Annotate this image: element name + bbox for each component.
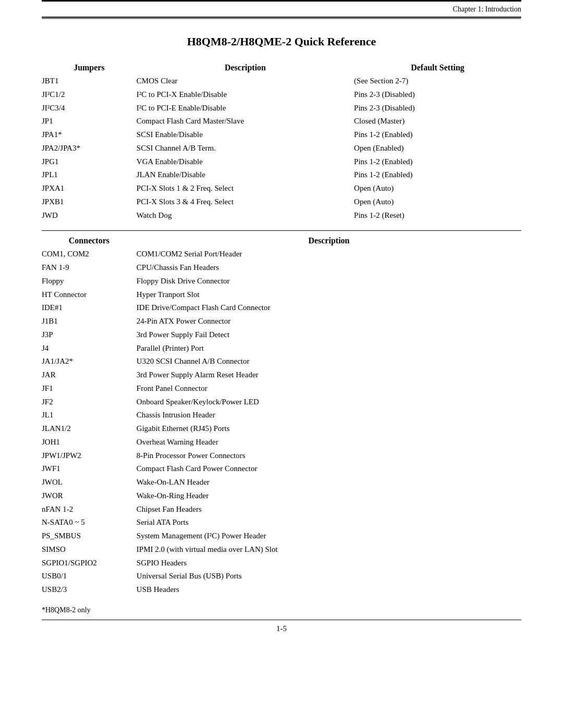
jumper-default: (See Section 2-7) — [354, 75, 521, 88]
jumper-description: JLAN Enable/Disable — [137, 168, 354, 182]
jumper-name: JWD — [42, 209, 137, 223]
table-row: N-SATA0 ~ 5Serial ATA Ports — [42, 516, 521, 529]
jumper-name: JPA2/JPA3* — [42, 142, 137, 155]
table-row: JPXA1PCI-X Slots 1 & 2 Freq. SelectOpen … — [42, 182, 521, 195]
connector-description: USB Headers — [137, 583, 521, 597]
connectors-col-header: Connectors — [42, 236, 137, 248]
jumper-default: Pins 2-3 (Disabled) — [354, 88, 521, 102]
jumper-default: Pins 2-3 (Disabled) — [354, 102, 521, 115]
connectors-table: Connectors Description COM1, COM2COM1/CO… — [42, 236, 521, 597]
jumper-description: I²C to PCI-X Enable/Disable — [137, 88, 354, 102]
connector-name: JPW1/JPW2 — [42, 449, 137, 463]
connector-description: Hyper Tranport Slot — [137, 288, 521, 302]
jumper-name: JPXB1 — [42, 195, 137, 209]
table-row: JL1Chassis Intrusion Header — [42, 409, 521, 422]
connector-description: 8-Pin Processor Power Connectors — [137, 449, 521, 463]
table-row: JWF1Compact Flash Card Power Connector — [42, 462, 521, 476]
table-row: JI²C3/4I²C to PCI-E Enable/DisablePins 2… — [42, 102, 521, 115]
table-row: J1B124-Pin ATX Power Connector — [42, 315, 521, 328]
jumper-default: Pins 1-2 (Enabled) — [354, 128, 521, 142]
connector-description: Parallel (Printer) Port — [137, 342, 521, 355]
connectors-desc-header: Description — [137, 236, 521, 248]
table-row: JPG1VGA Enable/DisablePins 1-2 (Enabled) — [42, 155, 521, 169]
table-row: HT ConnectorHyper Tranport Slot — [42, 288, 521, 302]
jumper-description: VGA Enable/Disable — [137, 155, 354, 169]
jumper-name: JI²C1/2 — [42, 88, 137, 102]
table-row: JWDWatch DogPins 1-2 (Reset) — [42, 209, 521, 223]
connector-description: System Management (I²C) Power Header — [137, 529, 521, 543]
table-row: SGPIO1/SGPIO2SGPIO Headers — [42, 557, 521, 570]
table-row: JBT1CMOS Clear(See Section 2-7) — [42, 75, 521, 88]
table-row: JPA1*SCSI Enable/DisablePins 1-2 (Enable… — [42, 128, 521, 142]
jumper-name: JBT1 — [42, 75, 137, 88]
connector-description: COM1/COM2 Serial Port/Header — [137, 248, 521, 261]
table-row: JF1Front Panel Connector — [42, 382, 521, 396]
connector-name: J4 — [42, 342, 137, 355]
connector-description: Universal Serial Bus (USB) Ports — [137, 570, 521, 583]
jumper-name: JPL1 — [42, 168, 137, 182]
connector-description: Serial ATA Ports — [137, 516, 521, 529]
connector-description: Overheat Warning Header — [137, 436, 521, 449]
connector-description: Front Panel Connector — [137, 382, 521, 396]
jumper-description: PCI-X Slots 1 & 2 Freq. Select — [137, 182, 354, 195]
page-header: Chapter 1: Introduction — [42, 0, 521, 17]
jumper-description: I²C to PCI-E Enable/Disable — [137, 102, 354, 115]
table-row: JPXB1PCI-X Slots 3 & 4 Freq. SelectOpen … — [42, 195, 521, 209]
section-divider — [42, 230, 521, 231]
table-row: JPW1/JPW28-Pin Processor Power Connector… — [42, 449, 521, 463]
connector-name: JWOL — [42, 476, 137, 489]
connector-description: IDE Drive/Compact Flash Card Connector — [137, 301, 521, 315]
table-row: JLAN1/2Gigabit Ethernet (RJ45) Ports — [42, 422, 521, 436]
connector-name: USB2/3 — [42, 583, 137, 597]
jumper-description: SCSI Channel A/B Term. — [137, 142, 354, 155]
page-number: 1-5 — [42, 624, 521, 633]
jumpers-desc-header: Description — [137, 63, 354, 75]
jumper-name: JPXA1 — [42, 182, 137, 195]
jumper-description: Watch Dog — [137, 209, 354, 223]
jumpers-default-header: Default Setting — [354, 63, 521, 75]
connector-description: Wake-On-Ring Header — [137, 489, 521, 503]
table-row: JAR3rd Power Supply Alarm Reset Header — [42, 368, 521, 382]
connector-description: Chipset Fan Headers — [137, 503, 521, 516]
jumper-name: JPA1* — [42, 128, 137, 142]
page-container: Chapter 1: Introduction H8QM8-2/H8QME-2 … — [0, 0, 563, 728]
jumper-default: Closed (Master) — [354, 115, 521, 128]
header-rule — [42, 17, 521, 19]
connector-description: U320 SCSI Channel A/B Connector — [137, 355, 521, 368]
jumper-description: PCI-X Slots 3 & 4 Freq. Select — [137, 195, 354, 209]
connector-name: N-SATA0 ~ 5 — [42, 516, 137, 529]
jumper-name: JP1 — [42, 115, 137, 128]
table-row: nFAN 1-2Chipset Fan Headers — [42, 503, 521, 516]
table-row: FAN 1-9CPU/Chassis Fan Headers — [42, 261, 521, 275]
connector-description: Chassis Intrusion Header — [137, 409, 521, 422]
footer-rule — [42, 620, 521, 620]
jumper-default: Open (Auto) — [354, 195, 521, 209]
connector-name: HT Connector — [42, 288, 137, 302]
connector-name: USB0/1 — [42, 570, 137, 583]
connector-description: CPU/Chassis Fan Headers — [137, 261, 521, 275]
connector-name: nFAN 1-2 — [42, 503, 137, 516]
connector-name: FAN 1-9 — [42, 261, 137, 275]
table-row: FloppyFloppy Disk Drive Connector — [42, 275, 521, 288]
connector-name: JOH1 — [42, 436, 137, 449]
jumper-description: SCSI Enable/Disable — [137, 128, 354, 142]
table-row: SIMSOIPMI 2.0 (with virtual media over L… — [42, 543, 521, 557]
chapter-header: Chapter 1: Introduction — [453, 5, 521, 13]
connector-name: JF1 — [42, 382, 137, 396]
jumper-description: CMOS Clear — [137, 75, 354, 88]
table-row: USB0/1Universal Serial Bus (USB) Ports — [42, 570, 521, 583]
table-row: JOH1Overheat Warning Header — [42, 436, 521, 449]
table-row: JF2Onboard Speaker/Keylock/Power LED — [42, 396, 521, 409]
connector-name: JWF1 — [42, 462, 137, 476]
jumper-default: Open (Enabled) — [354, 142, 521, 155]
connector-name: J3P — [42, 328, 137, 342]
jumper-default: Pins 1-2 (Reset) — [354, 209, 521, 223]
connector-name: JWOR — [42, 489, 137, 503]
table-row: JI²C1/2I²C to PCI-X Enable/DisablePins 2… — [42, 88, 521, 102]
connector-name: JF2 — [42, 396, 137, 409]
table-row: JPA2/JPA3*SCSI Channel A/B Term.Open (En… — [42, 142, 521, 155]
connector-description: Wake-On-LAN Header — [137, 476, 521, 489]
table-row: JP1Compact Flash Card Master/SlaveClosed… — [42, 115, 521, 128]
connector-name: JL1 — [42, 409, 137, 422]
jumper-description: Compact Flash Card Master/Slave — [137, 115, 354, 128]
